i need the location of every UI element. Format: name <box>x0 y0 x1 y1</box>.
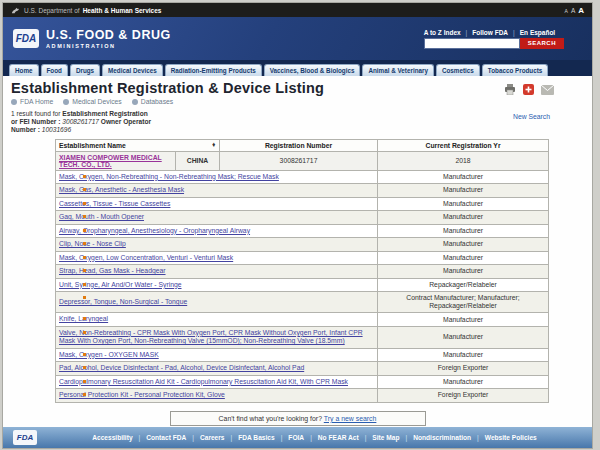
device-activity: Foreign Exporter <box>378 389 549 402</box>
search-input[interactable] <box>424 38 520 49</box>
tab-vaccines-blood-biologics[interactable]: Vaccines, Blood & Biologics <box>264 64 361 76</box>
header-right: A to Z Index Follow FDA En Español SEARC… <box>424 29 582 49</box>
table-header-row: Establishment Name ▲▼ Registration Numbe… <box>56 139 549 151</box>
device-link[interactable]: Cassettes, Tissue - Tissue Cassettes <box>59 200 170 207</box>
link-en-espanol[interactable]: En Español <box>520 29 555 36</box>
link-follow-fda[interactable]: Follow FDA <box>472 29 519 36</box>
device-link[interactable]: Mask, Oxygen - OXYGEN MASK <box>59 351 159 358</box>
email-icon[interactable] <box>541 85 554 95</box>
device-link[interactable]: Depressor, Tongue, Non-Surgical - Tongue <box>59 298 187 305</box>
print-icon[interactable] <box>504 84 516 95</box>
tab-home[interactable]: Home <box>9 64 39 76</box>
utility-links: A to Z Index Follow FDA En Español <box>424 29 556 36</box>
tab-food[interactable]: Food <box>41 64 68 76</box>
bullet-icon <box>83 242 86 245</box>
footer-link-foia[interactable]: FOIA <box>288 434 317 441</box>
footer-link-contact-fda[interactable]: Contact FDA <box>146 434 200 441</box>
results-line1-text: 1 result found for <box>11 110 62 117</box>
footer-link-website-policies[interactable]: Website Policies <box>485 434 537 441</box>
device-link[interactable]: Strap, Head, Gas Mask - Headgear <box>59 267 166 274</box>
share-icon[interactable] <box>523 84 534 95</box>
breadcrumb-bullet-icon <box>132 99 138 105</box>
device-row: Cardiopulmonary Resuscitation Aid Kit - … <box>56 375 549 388</box>
device-row: Mask, Oxygen, Non-Rebreathing - Non-Rebr… <box>56 170 549 183</box>
bullet-icon <box>83 256 86 259</box>
device-link[interactable]: Unit, Syringe, Air And/Or Water - Syring… <box>59 281 182 288</box>
device-row: Depressor, Tongue, Non-Surgical - Tongue… <box>56 292 549 313</box>
tab-tobacco-products[interactable]: Tobacco Products <box>482 64 548 76</box>
breadcrumb-bullet-icon <box>63 99 69 105</box>
device-link[interactable]: Cardiopulmonary Resuscitation Aid Kit - … <box>59 378 348 385</box>
breadcrumb-medical-devices[interactable]: Medical Devices <box>63 98 121 105</box>
bullet-icon <box>83 175 86 178</box>
fda-logo[interactable]: FDA <box>13 29 39 48</box>
establishment-name-link[interactable]: XIAMEN COMPOWER MEDICAL TECH. CO., LTD. <box>59 154 162 168</box>
breadcrumb-databases[interactable]: Databases <box>132 98 174 105</box>
cant-find-text: Can't find what you're looking for? <box>219 415 324 422</box>
device-row: Cassettes, Tissue - Tissue CassettesManu… <box>56 197 549 210</box>
device-link[interactable]: Gag, Mouth - Mouth Opener <box>59 213 144 220</box>
bullet-icon <box>83 393 86 396</box>
bullet-icon <box>83 283 86 286</box>
bullet-icon <box>83 366 86 369</box>
text-resize-medium[interactable]: A <box>571 7 575 14</box>
device-row: Valve, Non-Rebreathing - CPR Mask With O… <box>56 326 549 348</box>
device-link[interactable]: Pad, Alcohol, Device Disinfectant - Pad,… <box>59 364 304 371</box>
device-row: Clip, Nose - Nose ClipManufacturer <box>56 238 549 251</box>
search-button[interactable]: SEARCH <box>520 38 564 49</box>
device-activity: Manufacturer <box>378 313 549 326</box>
bullet-icon <box>83 202 86 205</box>
brand-line2: ADMINISTRATION <box>46 43 171 49</box>
footer-link-no-fear-act[interactable]: No FEAR Act <box>318 434 373 441</box>
search-bar: SEARCH <box>424 38 564 49</box>
breadcrumb-fda-home[interactable]: FDA Home <box>11 98 53 105</box>
device-link[interactable]: Mask, Oxygen, Non-Rebreathing - Non-Rebr… <box>59 173 279 180</box>
text-resize-small[interactable]: A <box>565 8 568 14</box>
device-activity: Contract Manufacturer; Manufacturer; Rep… <box>378 292 549 313</box>
bullet-icon <box>83 269 86 272</box>
try-new-search-link[interactable]: Try a new search <box>324 415 377 422</box>
fda-brand: U.S. FOOD & DRUG ADMINISTRATION <box>46 28 171 49</box>
establishment-row: XIAMEN COMPOWER MEDICAL TECH. CO., LTD. … <box>56 151 549 170</box>
device-link[interactable]: Mask, Gas, Anesthetic - Anesthesia Mask <box>59 186 184 193</box>
device-activity: Manufacturer <box>378 326 549 348</box>
header-establishment-label: Establishment Name <box>59 142 126 149</box>
device-row: Mask, Oxygen, Low Concentration, Venturi… <box>56 251 549 264</box>
device-link[interactable]: Valve, Non-Rebreathing - CPR Mask With O… <box>59 329 363 344</box>
header-establishment-name[interactable]: Establishment Name ▲▼ <box>56 139 220 151</box>
footer-link-accessibility[interactable]: Accessibility <box>92 434 146 441</box>
registration-table: Establishment Name ▲▼ Registration Numbe… <box>55 139 549 403</box>
tab-cosmetics[interactable]: Cosmetics <box>436 64 480 76</box>
footer-link-site-map[interactable]: Site Map <box>372 434 413 441</box>
tab-drugs[interactable]: Drugs <box>70 64 100 76</box>
browser-page: U.S. Department of Health & Human Servic… <box>2 2 593 449</box>
results-summary-row: 1 result found for Establishment Registr… <box>11 110 584 135</box>
tab-radiation-emitting-products[interactable]: Radiation-Emitting Products <box>165 64 262 76</box>
footer-link-careers[interactable]: Careers <box>200 434 238 441</box>
hhs-dept-name[interactable]: Health & Human Services <box>83 7 162 14</box>
breadcrumb-label: Databases <box>141 98 174 105</box>
footer-link-nondiscrimination[interactable]: Nondiscrimination <box>413 434 485 441</box>
fda-header: FDA U.S. FOOD & DRUG ADMINISTRATION A to… <box>3 17 592 60</box>
main-content: Establishment Registration & Device List… <box>3 76 592 427</box>
device-activity: Repackager/Relabeler <box>378 278 549 291</box>
device-link[interactable]: Clip, Nose - Nose Clip <box>59 240 126 247</box>
footer-link-fda-basics[interactable]: FDA Basics <box>238 434 288 441</box>
results-number-label: Number : <box>11 126 42 133</box>
device-row: Mask, Gas, Anesthetic - Anesthesia MaskM… <box>56 184 549 197</box>
cant-find-box: Can't find what you're looking for? Try … <box>170 411 426 426</box>
device-link[interactable]: Airway, Oropharyngeal, Anesthesiology - … <box>59 227 250 234</box>
tab-medical-devices[interactable]: Medical Devices <box>102 64 163 76</box>
establishment-current-year: 2018 <box>378 151 549 170</box>
header-current-registration-yr: Current Registration Yr <box>378 139 549 151</box>
new-search-link[interactable]: New Search <box>513 110 584 135</box>
link-a-to-z-index[interactable]: A to Z Index <box>424 29 473 36</box>
text-resize-large[interactable]: A <box>578 6 584 15</box>
tab-animal-veterinary[interactable]: Animal & Veterinary <box>362 64 434 76</box>
bullet-icon <box>83 331 86 334</box>
sort-icon[interactable]: ▲▼ <box>212 143 216 148</box>
header-registration-number: Registration Number <box>220 139 378 151</box>
footer-links: Accessibility Contact FDA Careers FDA Ba… <box>47 434 582 441</box>
footer-fda-logo[interactable]: FDA <box>13 430 37 445</box>
brand-line1: U.S. FOOD & DRUG <box>46 28 171 42</box>
